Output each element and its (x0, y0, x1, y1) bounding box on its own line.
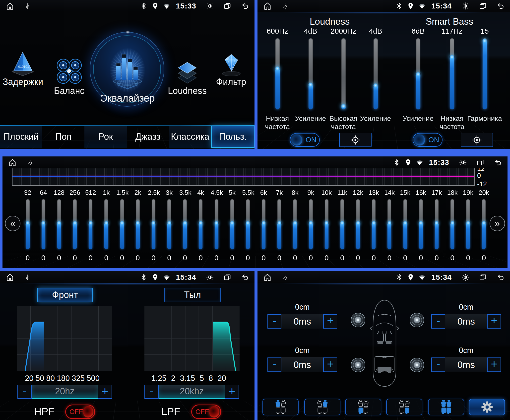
tab-front[interactable]: Фронт (37, 288, 93, 302)
band-slider[interactable] (482, 199, 486, 249)
delay-minus-button[interactable]: - (267, 357, 281, 372)
band-slider[interactable] (309, 199, 313, 249)
band-slider[interactable] (277, 199, 281, 249)
distance-front-right: 0cm (459, 303, 474, 312)
band-slider[interactable] (372, 199, 376, 249)
smartbass-gain-slider[interactable] (416, 38, 420, 109)
band-slider[interactable] (419, 199, 423, 249)
band-slider[interactable] (89, 199, 92, 249)
delay-minus-button[interactable]: - (267, 314, 281, 329)
seat-select-front-left-button[interactable] (262, 399, 299, 415)
band-slider[interactable] (104, 199, 108, 249)
seat-select-rear-left-button[interactable] (345, 399, 381, 415)
recent-apps-icon[interactable] (477, 159, 484, 166)
delay-plus-button[interactable]: + (487, 357, 501, 372)
brightness-icon[interactable] (459, 159, 467, 166)
band-slider[interactable] (450, 199, 454, 249)
delay-plus-button[interactable]: + (487, 314, 501, 329)
back-icon[interactable] (494, 159, 502, 166)
delays-pyramid-icon[interactable]: 010101 (9, 50, 37, 79)
band-slider[interactable] (152, 199, 155, 249)
menu-item-balance[interactable]: Баланс (37, 86, 102, 96)
delay-minus-button[interactable]: - (431, 357, 445, 372)
balance-speakers-icon[interactable] (55, 57, 84, 87)
smartbass-toggle[interactable]: ON (413, 133, 443, 147)
preset-pop[interactable]: Поп (42, 126, 85, 148)
band-slider[interactable] (340, 199, 344, 249)
brightness-icon[interactable] (462, 274, 469, 281)
preset-jazz[interactable]: Джазз (127, 126, 169, 148)
band-slider[interactable] (262, 199, 265, 249)
home-icon[interactable] (5, 1, 14, 10)
home-icon[interactable] (263, 273, 272, 282)
home-icon[interactable] (5, 273, 14, 282)
loudness-target-button[interactable] (339, 133, 372, 147)
loudness-high-gain-slider[interactable] (374, 38, 378, 109)
lpf-minus-button[interactable]: - (144, 385, 159, 399)
band-slider[interactable] (403, 199, 407, 249)
lpf-toggle[interactable]: OFF (191, 405, 221, 419)
band-slider[interactable] (183, 199, 187, 249)
home-icon[interactable] (263, 1, 272, 10)
delay-plus-button[interactable]: + (323, 314, 337, 329)
band-slider[interactable] (466, 199, 470, 249)
smartbass-low-freq-slider[interactable] (450, 38, 454, 109)
loudness-toggle[interactable]: ON (290, 133, 320, 147)
preset-flat[interactable]: Плоский (0, 126, 42, 148)
delay-plus-button[interactable]: + (323, 357, 337, 372)
preset-rock[interactable]: Рок (84, 126, 127, 148)
band-slider[interactable] (136, 199, 140, 249)
band-slider[interactable] (356, 199, 360, 249)
recent-apps-icon[interactable] (479, 274, 487, 281)
loudness-layers-icon[interactable] (173, 57, 201, 86)
delay-settings-button[interactable] (469, 399, 505, 415)
hpf-minus-button[interactable]: - (17, 385, 32, 399)
recent-apps-icon[interactable] (224, 274, 231, 281)
lpf-plus-button[interactable]: + (225, 385, 239, 399)
band-slider[interactable] (230, 199, 234, 249)
brightness-icon[interactable] (206, 2, 214, 10)
scroll-left-button[interactable]: « (5, 216, 20, 231)
band-slider[interactable] (199, 199, 202, 249)
hpf-plus-button[interactable]: + (98, 385, 112, 399)
menu-item-loudness[interactable]: Loudness (155, 86, 220, 96)
back-icon[interactable] (241, 274, 249, 281)
band-slider[interactable] (57, 199, 61, 249)
loudness-high-freq-slider[interactable] (341, 38, 346, 109)
back-icon[interactable] (497, 2, 504, 10)
seat-select-rear-right-button[interactable] (386, 399, 422, 415)
band-slider[interactable] (167, 199, 171, 249)
loudness-low-freq-slider[interactable] (275, 38, 280, 109)
band-slider[interactable] (26, 199, 30, 249)
recent-apps-icon[interactable] (479, 2, 487, 10)
loudness-low-gain-slider[interactable] (309, 38, 313, 109)
band-slider[interactable] (435, 199, 439, 249)
scroll-right-button[interactable]: » (490, 216, 505, 231)
seat-select-front-right-button[interactable] (304, 399, 340, 415)
home-icon[interactable] (8, 158, 17, 167)
menu-item-equalizer[interactable]: Эквалайзер (95, 93, 160, 104)
band-slider[interactable] (215, 199, 218, 249)
band-slider[interactable] (246, 199, 250, 249)
band-slider[interactable] (42, 199, 45, 249)
band-slider[interactable] (293, 199, 297, 249)
band-slider[interactable] (73, 199, 77, 249)
brightness-icon[interactable] (462, 2, 469, 10)
smartbass-target-button[interactable] (461, 133, 493, 147)
delay-minus-button[interactable]: - (431, 314, 445, 329)
band-slider[interactable] (120, 199, 124, 249)
back-icon[interactable] (497, 274, 504, 281)
band-slider[interactable] (387, 199, 391, 249)
seat-select-all-button[interactable] (428, 399, 464, 415)
hpf-toggle[interactable]: OFF (65, 405, 95, 419)
tab-rear[interactable]: Тыл (164, 288, 221, 302)
band-slider[interactable] (325, 199, 328, 249)
menu-item-filter[interactable]: Фильтр (199, 77, 255, 87)
preset-user[interactable]: Польз. (211, 126, 255, 148)
recent-apps-icon[interactable] (224, 2, 231, 10)
back-icon[interactable] (241, 2, 249, 10)
filter-gem-icon[interactable] (217, 50, 245, 79)
brightness-icon[interactable] (206, 274, 214, 281)
smartbass-harmonic-slider[interactable] (483, 38, 487, 109)
preset-classic[interactable]: Классика (169, 126, 211, 148)
